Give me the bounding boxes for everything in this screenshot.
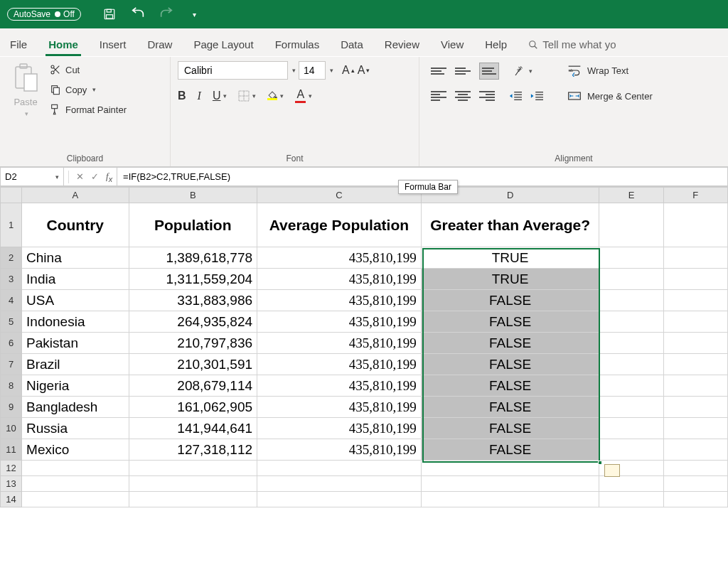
- cell-F12[interactable]: [663, 461, 727, 476]
- cell-E7[interactable]: [599, 354, 663, 375]
- col-header-C[interactable]: C: [257, 188, 422, 203]
- chevron-down-icon[interactable]: ▾: [330, 67, 333, 74]
- cell-D6[interactable]: FALSE: [421, 333, 599, 354]
- cell-D2[interactable]: TRUE: [421, 247, 599, 269]
- cut-button[interactable]: Cut: [50, 64, 127, 75]
- tab-review[interactable]: Review: [382, 33, 422, 56]
- cell-F8[interactable]: [663, 375, 727, 397]
- row-header-11[interactable]: 11: [1, 439, 22, 461]
- increase-indent-button[interactable]: [530, 90, 543, 102]
- cell-E2[interactable]: [599, 247, 663, 269]
- cell-A14[interactable]: [22, 492, 129, 507]
- cell-F14[interactable]: [663, 492, 727, 507]
- row-header-7[interactable]: 7: [1, 354, 22, 375]
- row-header-3[interactable]: 3: [1, 269, 22, 290]
- fill-color-button[interactable]: ▾: [267, 91, 284, 100]
- format-painter-button[interactable]: Format Painter: [50, 104, 127, 115]
- cell-F11[interactable]: [663, 439, 727, 461]
- cell-B6[interactable]: 210,797,836: [129, 333, 257, 354]
- merge-center-button[interactable]: Merge & Center: [567, 90, 653, 102]
- cell-E13[interactable]: [599, 476, 663, 492]
- underline-button[interactable]: U▾: [213, 90, 228, 102]
- chevron-down-icon[interactable]: ▾: [292, 67, 296, 74]
- paste-button[interactable]: Paste ▾: [7, 61, 44, 119]
- cell-B11[interactable]: 127,318,112: [129, 439, 257, 461]
- cell-C5[interactable]: 435,810,199: [257, 311, 422, 333]
- row-header-12[interactable]: 12: [1, 461, 22, 476]
- cell-D13[interactable]: [421, 476, 599, 492]
- cell-D10[interactable]: FALSE: [421, 418, 599, 439]
- customize-qat-icon[interactable]: ▾: [185, 4, 205, 24]
- cell-C4[interactable]: 435,810,199: [257, 290, 422, 311]
- cell-E6[interactable]: [599, 333, 663, 354]
- tab-insert[interactable]: Insert: [97, 33, 129, 56]
- cell-E3[interactable]: [599, 269, 663, 290]
- cell-A11[interactable]: Mexico: [22, 439, 129, 461]
- cell-C13[interactable]: [257, 476, 422, 492]
- align-bottom-button[interactable]: [479, 63, 499, 80]
- row-header-8[interactable]: 8: [1, 375, 22, 397]
- cell-C9[interactable]: 435,810,199: [257, 397, 422, 418]
- col-header-F[interactable]: F: [663, 188, 727, 203]
- cell-B2[interactable]: 1,389,618,778: [129, 247, 257, 269]
- cell-A4[interactable]: USA: [22, 290, 129, 311]
- cell-F9[interactable]: [663, 397, 727, 418]
- row-header-14[interactable]: 14: [1, 492, 22, 507]
- cell-D8[interactable]: FALSE: [421, 375, 599, 397]
- row-header-10[interactable]: 10: [1, 418, 22, 439]
- tab-formulas[interactable]: Formulas: [272, 33, 323, 56]
- autofill-options-icon[interactable]: [604, 464, 620, 477]
- cell-B1[interactable]: Population: [129, 203, 257, 247]
- cell-D12[interactable]: [421, 461, 599, 476]
- col-header-A[interactable]: A: [22, 188, 129, 203]
- row-header-13[interactable]: 13: [1, 476, 22, 492]
- cell-D7[interactable]: FALSE: [421, 354, 599, 375]
- cell-F7[interactable]: [663, 354, 727, 375]
- cell-A8[interactable]: Nigeria: [22, 375, 129, 397]
- italic-button[interactable]: I: [198, 90, 201, 102]
- tab-draw[interactable]: Draw: [144, 33, 175, 56]
- save-icon[interactable]: [100, 4, 119, 24]
- cell-F13[interactable]: [663, 476, 727, 492]
- select-all-corner[interactable]: [1, 188, 22, 203]
- cell-C12[interactable]: [257, 461, 422, 476]
- tab-view[interactable]: View: [438, 33, 466, 56]
- cell-E8[interactable]: [599, 375, 663, 397]
- cell-F2[interactable]: [663, 247, 727, 269]
- cell-F4[interactable]: [663, 290, 727, 311]
- row-header-6[interactable]: 6: [1, 333, 22, 354]
- decrease-font-button[interactable]: A▾: [358, 64, 370, 77]
- cell-C14[interactable]: [257, 492, 422, 507]
- cell-B5[interactable]: 264,935,824: [129, 311, 257, 333]
- cell-B8[interactable]: 208,679,114: [129, 375, 257, 397]
- cell-A13[interactable]: [22, 476, 129, 492]
- cancel-formula-icon[interactable]: ✕: [76, 171, 84, 182]
- cell-A10[interactable]: Russia: [22, 418, 129, 439]
- spreadsheet-grid[interactable]: A B C D E F 1 Country Population Average…: [0, 187, 728, 507]
- cell-B13[interactable]: [129, 476, 257, 492]
- row-header-1[interactable]: 1: [1, 203, 22, 247]
- font-color-button[interactable]: A▾: [295, 88, 312, 103]
- fx-icon[interactable]: fx: [106, 171, 112, 183]
- tab-file[interactable]: File: [7, 33, 30, 56]
- cell-B3[interactable]: 1,311,559,204: [129, 269, 257, 290]
- row-header-5[interactable]: 5: [1, 311, 22, 333]
- tab-home[interactable]: Home: [46, 33, 81, 56]
- cell-B7[interactable]: 210,301,591: [129, 354, 257, 375]
- cell-C1[interactable]: Average Population: [257, 203, 422, 247]
- cell-D4[interactable]: FALSE: [421, 290, 599, 311]
- cell-D1[interactable]: Greater than Average?: [421, 203, 599, 247]
- cell-C8[interactable]: 435,810,199: [257, 375, 422, 397]
- increase-font-button[interactable]: A▴: [342, 64, 355, 77]
- cell-B9[interactable]: 161,062,905: [129, 397, 257, 418]
- align-left-button[interactable]: [431, 90, 446, 102]
- cell-A6[interactable]: Pakistan: [22, 333, 129, 354]
- cell-F10[interactable]: [663, 418, 727, 439]
- cell-E4[interactable]: [599, 290, 663, 311]
- cell-F3[interactable]: [663, 269, 727, 290]
- cell-D14[interactable]: [421, 492, 599, 507]
- borders-button[interactable]: ▾: [238, 90, 256, 102]
- row-header-9[interactable]: 9: [1, 397, 22, 418]
- undo-icon[interactable]: [128, 4, 148, 24]
- copy-button[interactable]: Copy ▾: [50, 84, 127, 95]
